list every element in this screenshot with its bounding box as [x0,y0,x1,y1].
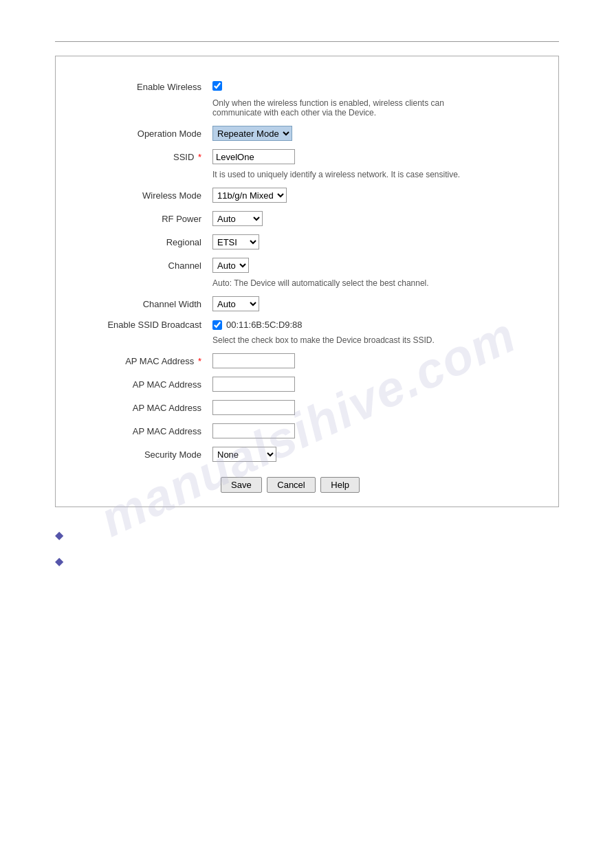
ssid-label: SSID [173,152,194,162]
ssid-row: SSID * [69,145,545,168]
ap-mac-2-input[interactable] [212,377,295,392]
operation-mode-label: Operation Mode [69,122,207,145]
ap-mac-4-row: AP MAC Address [69,419,545,443]
ap-mac-1-required-star: * [195,356,201,366]
regional-label: Regional [69,230,207,254]
ap-mac-3-input[interactable] [212,400,295,415]
button-row: Save Cancel Help [69,477,545,493]
bullet-diamond-2: ◆ [55,555,63,568]
ap-mac-3-label: AP MAC Address [69,396,207,419]
ssid-broadcast-checkbox[interactable] [212,320,222,330]
enable-wireless-desc: Only when the wireless function is enabl… [212,98,474,118]
top-divider [55,41,559,42]
enable-wireless-row: Enable Wireless [69,77,545,97]
wireless-mode-select[interactable]: 11b/g/n Mixed 11b Only 11g Only 11n Only [212,188,287,203]
bullet-diamond-1: ◆ [55,528,63,542]
ssid-desc-row: It is used to uniquely identify a wirele… [69,168,545,183]
regional-select[interactable]: ETSI FCC TELEC [212,234,259,249]
enable-wireless-checkbox[interactable] [212,81,222,91]
wireless-mode-row: Wireless Mode 11b/g/n Mixed 11b Only 11g… [69,183,545,207]
operation-mode-select[interactable]: Repeater Mode AP Mode Client Mode [212,126,292,141]
rf-power-select[interactable]: Auto High Medium Low [212,211,263,226]
ssid-broadcast-desc: Select the check box to make the Device … [212,335,474,345]
operation-mode-row: Operation Mode Repeater Mode AP Mode Cli… [69,122,545,145]
channel-row: Channel Auto 1234 5678 910111213 [69,254,545,277]
cancel-button[interactable]: Cancel [267,477,315,493]
security-mode-row: Security Mode None WEP WPA-PSK WPA2-PSK [69,443,545,466]
bullet-section: ◆ ◆ [55,528,559,568]
ap-mac-4-input[interactable] [212,423,295,438]
security-mode-select[interactable]: None WEP WPA-PSK WPA2-PSK [212,447,276,462]
enable-wireless-desc-row: Only when the wireless function is enabl… [69,97,545,122]
ap-mac-1-input[interactable] [212,353,295,368]
channel-label: Channel [69,254,207,277]
bullet-item-2: ◆ [55,554,559,568]
form-table: Enable Wireless Only when the wireless f… [69,77,545,466]
bullet-item-1: ◆ [55,528,559,542]
ssid-required-star: * [195,152,201,162]
help-button[interactable]: Help [320,477,360,493]
ap-mac-4-label: AP MAC Address [69,419,207,443]
ap-mac-2-label: AP MAC Address [69,372,207,396]
settings-panel: Enable Wireless Only when the wireless f… [55,56,559,507]
channel-desc: Auto: The Device will automatically sele… [212,278,474,288]
enable-wireless-label: Enable Wireless [69,77,207,97]
ssid-broadcast-mac: 00:11:6B:5C:D9:88 [226,320,303,330]
ap-mac-2-row: AP MAC Address [69,372,545,396]
rf-power-row: RF Power Auto High Medium Low [69,207,545,230]
rf-power-label: RF Power [69,207,207,230]
ssid-broadcast-row: Enable SSID Broadcast 00:11:6B:5C:D9:88 [69,315,545,334]
channel-width-select[interactable]: Auto 20MHz 40MHz [212,296,259,311]
regional-row: Regional ETSI FCC TELEC [69,230,545,254]
ssid-desc: It is used to uniquely identify a wirele… [212,170,474,179]
wireless-mode-label: Wireless Mode [69,183,207,207]
ap-mac-1-row: AP MAC Address * [69,349,545,372]
ap-mac-1-label: AP MAC Address [125,356,194,366]
save-button[interactable]: Save [221,477,262,493]
ap-mac-3-row: AP MAC Address [69,396,545,419]
ssid-broadcast-label: Enable SSID Broadcast [69,315,207,334]
ssid-broadcast-desc-row: Select the check box to make the Device … [69,334,545,349]
channel-width-label: Channel Width [69,292,207,315]
channel-desc-row: Auto: The Device will automatically sele… [69,277,545,292]
security-mode-label: Security Mode [69,443,207,466]
channel-select[interactable]: Auto 1234 5678 910111213 [212,258,249,273]
ssid-input[interactable] [212,149,295,164]
ssid-broadcast-container: 00:11:6B:5C:D9:88 [212,320,539,330]
channel-width-row: Channel Width Auto 20MHz 40MHz [69,292,545,315]
